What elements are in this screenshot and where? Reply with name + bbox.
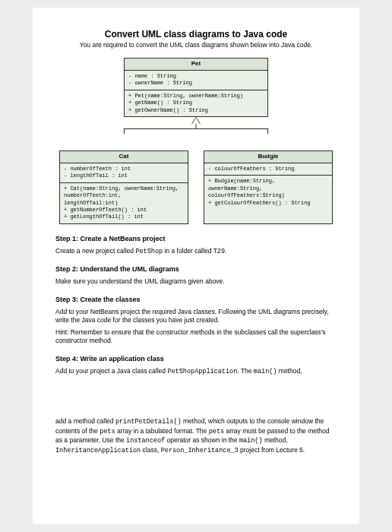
uml-method: lengthOfTail:int) <box>64 200 184 207</box>
uml-method: + getLengthOfTail() : int <box>64 214 184 220</box>
text: class, <box>141 446 160 454</box>
uml-class-title: Pet <box>125 59 267 71</box>
text: array in a tabulated format. The <box>115 427 209 435</box>
document-page: Convert UML class diagrams to Java code … <box>33 8 359 524</box>
uml-class-title: Budgie <box>204 151 332 163</box>
code-text: pets <box>100 428 115 435</box>
intro-text: You are required to convert the UML clas… <box>55 41 337 49</box>
paragraph: Hint: Remember to ensure that the constr… <box>55 328 337 346</box>
uml-diagram: Pet - name : String - ownerName : String… <box>55 58 337 224</box>
uml-method: colourOfFeathers:String) <box>208 192 328 199</box>
uml-methods: + Pet(name:String, ownerName:String) + g… <box>125 90 267 116</box>
paragraph: Create a new project called PetShop in a… <box>55 247 337 256</box>
paragraph: Add to your project a Java class called … <box>55 367 337 376</box>
uml-attributes: - name : String - ownerName : String <box>125 71 267 90</box>
uml-method: + Cat(name:String, ownerName:String, <box>64 185 184 192</box>
text: . <box>225 247 226 255</box>
uml-attr: - numberOfTeeth : int <box>64 166 184 173</box>
code-text: Person_Inheritance_3 <box>161 447 239 454</box>
spacer <box>55 379 337 417</box>
uml-class-budgie: Budgie - colourOfFeathers : String + Bud… <box>204 150 333 224</box>
uml-connector <box>59 117 333 134</box>
uml-method: + getOwnerName() : String <box>128 107 264 114</box>
uml-attributes: - colourOfFeathers : String <box>204 163 332 176</box>
step-heading: Step 3: Create the classes <box>55 296 337 303</box>
code-text: PetShop <box>135 248 163 255</box>
text: in a folder called <box>163 247 213 255</box>
uml-attributes: - numberOfTeeth : int - lengthOfTail : i… <box>60 163 188 183</box>
text: add a method called <box>55 417 115 425</box>
text: . The <box>237 367 254 375</box>
text: Add to your project a Java class called <box>55 367 167 375</box>
uml-attr: - lengthOfTail : int <box>64 173 184 179</box>
step-heading: Step 4: Write an application class <box>55 355 337 363</box>
uml-method: + getName() : String <box>128 100 264 106</box>
text: method, <box>277 367 302 375</box>
paragraph: Make sure you understand the UML diagram… <box>55 277 337 286</box>
code-text: pets <box>209 428 224 435</box>
uml-method: + getNumberOfTeeth() : int <box>64 207 184 214</box>
code-text: instanceof <box>126 437 165 445</box>
uml-method: numberOfTeeth:int, <box>64 192 184 199</box>
text: Create a new project called <box>55 247 135 255</box>
uml-methods: + Budgie(name:String, ownerName:String, … <box>204 176 332 209</box>
connector-line <box>267 128 268 134</box>
uml-methods: + Cat(name:String, ownerName:String, num… <box>60 183 188 223</box>
code-text: main() <box>239 437 263 445</box>
code-text: PetShopApplication <box>167 368 237 375</box>
uml-class-title: Cat <box>60 151 188 163</box>
inheritance-arrow-icon <box>191 117 201 124</box>
paragraph: Add to your NetBeans project the require… <box>55 308 337 325</box>
uml-attr: - ownerName : String <box>128 80 264 87</box>
uml-method: ownerName:String, <box>208 185 328 192</box>
uml-class-pet: Pet - name : String - ownerName : String… <box>124 58 268 117</box>
text: method, <box>263 436 288 444</box>
code-text: T29 <box>213 248 225 255</box>
text: project from Lecture 5. <box>239 446 305 454</box>
uml-method: + getColourOfFeathers() : String <box>208 200 328 207</box>
page-title: Convert UML class diagrams to Java code <box>55 29 337 40</box>
step-heading: Step 2: Understand the UML diagrams <box>55 265 337 273</box>
code-text: InheritanceApplication <box>55 447 141 454</box>
connector-line <box>124 128 125 134</box>
uml-method: + Pet(name:String, ownerName:String) <box>128 93 264 100</box>
paragraph: add a method called printPetDetails() me… <box>55 417 337 455</box>
uml-class-cat: Cat - numberOfTeeth : int - lengthOfTail… <box>59 150 188 224</box>
text: operator as shown in the <box>165 436 239 444</box>
code-text: printPetDetails() <box>115 418 182 426</box>
uml-attr: - colourOfFeathers : String <box>208 166 328 173</box>
step-heading: Step 1: Create a NetBeans project <box>55 235 337 242</box>
uml-attr: - name : String <box>128 73 264 80</box>
connector-line <box>124 128 268 129</box>
uml-method: + Budgie(name:String, <box>208 178 328 185</box>
code-text: main() <box>254 368 277 375</box>
uml-subclasses-row: Cat - numberOfTeeth : int - lengthOfTail… <box>59 150 333 224</box>
